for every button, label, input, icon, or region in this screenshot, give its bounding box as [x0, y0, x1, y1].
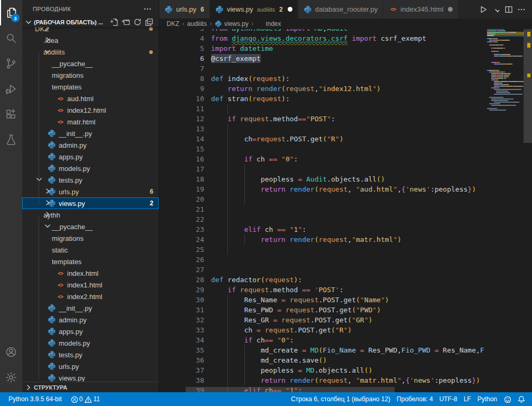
refresh-icon[interactable] — [133, 18, 142, 26]
tab-index345.html[interactable]: <> index345.html — [383, 0, 458, 19]
minimap[interactable] — [487, 29, 524, 392]
code-line[interactable]: if ch == "0": — [211, 154, 487, 164]
scrollbar-thumb[interactable] — [524, 20, 532, 143]
run-and-debug-icon[interactable] — [0, 76, 22, 102]
code-line[interactable]: @csrf_exempt — [211, 53, 487, 64]
search-icon[interactable] — [0, 25, 22, 51]
tree-item-models.py[interactable]: models.py — [22, 337, 159, 349]
language-mode-status[interactable]: Python — [474, 392, 500, 406]
code-line[interactable]: return render(request,"index12.html") — [211, 84, 487, 94]
code-line[interactable] — [211, 194, 487, 204]
dirty-indicator-icon[interactable] — [448, 7, 453, 12]
new-file-icon[interactable] — [110, 18, 118, 26]
tree-item-static[interactable]: static — [22, 244, 159, 256]
tree-item-aud.html[interactable]: <>aud.html — [22, 93, 159, 104]
breadcrumb-item[interactable]: views.py — [215, 20, 249, 28]
tree-item-tests.py[interactable]: tests.py — [22, 349, 159, 360]
extensions-icon[interactable] — [0, 102, 22, 127]
tree-item-apps.py[interactable]: apps.py — [22, 151, 159, 163]
tree-item-aythh[interactable]: aythh — [22, 209, 159, 221]
problems-status[interactable]: 0 11 — [67, 392, 103, 406]
tree-item-__init__.py[interactable]: __init__.py — [22, 302, 159, 314]
horizontal-scrollbar[interactable] — [186, 387, 395, 392]
tree-item-index2.html[interactable]: <>index2.html — [22, 291, 159, 302]
eol-status[interactable]: LF — [461, 392, 474, 406]
tree-item-audiiits[interactable]: audiiits — [22, 46, 159, 58]
cursor-position-status[interactable]: Строка 6, столбец 1 (выбрано 12) — [288, 392, 393, 406]
source-control-icon[interactable] — [0, 51, 22, 76]
code-line[interactable]: peopless = MD.objects.all() — [211, 365, 487, 375]
tree-item-index1.html[interactable]: <>index1.html — [22, 279, 159, 291]
code-line[interactable] — [211, 245, 487, 255]
tree-item-__init__.py[interactable]: __init__.py — [22, 128, 159, 139]
tree-item-__pycache__[interactable]: __pycache__ — [22, 58, 159, 69]
tab-urls.py[interactable]: urls.py 6 — [159, 0, 210, 19]
code-line[interactable]: md_create = MD(Fio_Name = Res_PWD,Fio_PW… — [211, 345, 487, 355]
indentation-status[interactable]: Пробелов: 4 — [393, 392, 436, 406]
outline-section-header[interactable]: СТРУКТУРА — [22, 382, 159, 392]
tree-item-admin.py[interactable]: admin.py — [22, 139, 159, 151]
code-line[interactable]: ch = request.POST.get("R") — [211, 325, 487, 335]
tree-item-matr.html[interactable]: <>matr.html — [22, 116, 159, 128]
run-python-file-icon[interactable] — [478, 4, 489, 15]
code-line[interactable]: if request.method=="POST": — [211, 114, 487, 124]
code-line[interactable] — [211, 204, 487, 214]
code-line[interactable]: Res_PWD = request.POST.get("PWD") — [211, 305, 487, 315]
tab-database_roouter.py[interactable]: database_roouter.py — [298, 0, 384, 19]
testing-icon[interactable] — [0, 127, 22, 152]
more-actions-icon[interactable] — [143, 4, 152, 14]
code-line[interactable]: def index(request): — [211, 74, 487, 84]
tree-item-models.py[interactable]: models.py — [22, 163, 159, 174]
account-icon[interactable] — [0, 339, 22, 365]
breadcrumb-item[interactable]: audiiits — [187, 20, 207, 28]
code-line[interactable] — [211, 64, 487, 74]
tree-item-index12.html[interactable]: <>index12.html — [22, 104, 159, 116]
code-line[interactable]: from aythh.models import MD,Audit — [211, 29, 487, 33]
code-line[interactable]: if request.method == 'POST': — [211, 285, 487, 295]
code-line[interactable]: return render(request, "aud.html",{'news… — [211, 184, 487, 194]
tree-item-views.py[interactable]: views.py — [22, 372, 159, 382]
tab-views.py[interactable]: views.py audiiits 2 — [210, 0, 298, 19]
new-folder-icon[interactable] — [122, 18, 130, 26]
code-line[interactable] — [211, 104, 487, 114]
encoding-status[interactable]: UTF-8 — [436, 392, 461, 406]
code-line[interactable]: if ch== "0": — [211, 335, 487, 345]
tree-item-apps.py[interactable]: apps.py — [22, 326, 159, 337]
code-line[interactable]: def redactor(request): — [211, 275, 487, 285]
more-actions-icon[interactable] — [516, 4, 527, 15]
run-dropdown-chevron-icon[interactable] — [491, 4, 501, 15]
split-editor-icon[interactable] — [503, 4, 514, 15]
code-line[interactable]: peopless = Audit.objects.all() — [211, 174, 487, 184]
code-line[interactable] — [211, 164, 487, 174]
explorer-icon[interactable]: 3 — [0, 0, 22, 25]
workspace-section-header[interactable]: (РАБОЧАЯ ОБЛАСТЬ) ... — [22, 17, 159, 27]
tree-item-migrations[interactable]: migrations — [22, 232, 159, 244]
vertical-scrollbar[interactable] — [524, 19, 532, 392]
code-line[interactable]: from django.views.decorators.csrf import… — [211, 33, 487, 43]
tree-item-index.html[interactable]: <>index.html — [22, 267, 159, 279]
code-line[interactable] — [211, 144, 487, 154]
tree-item-admin.py[interactable]: admin.py — [22, 314, 159, 326]
feedback-icon[interactable] — [500, 392, 514, 406]
code-editor[interactable]: 3456789101112131415161718192021222324252… — [159, 29, 532, 392]
code-line[interactable] — [211, 255, 487, 265]
code-line[interactable]: ch=request.POST.get("R") — [211, 134, 487, 144]
python-interpreter-status[interactable]: Python 3.9.5 64-bit — [5, 392, 65, 406]
breadcrumb-item[interactable]: DKZ — [167, 20, 179, 28]
dirty-indicator-icon[interactable] — [288, 7, 292, 12]
code-line[interactable]: elif ch == "1": — [211, 224, 487, 234]
notifications-icon[interactable] — [514, 392, 528, 406]
tree-item-__pycache__[interactable]: __pycache__ — [22, 221, 159, 232]
tree-item-migrations[interactable]: migrations — [22, 69, 159, 81]
code-line[interactable] — [211, 214, 487, 224]
code-line[interactable]: md_create.save() — [211, 355, 487, 365]
tree-item-urls.py[interactable]: urls.py — [22, 360, 159, 372]
tree-item-templates[interactable]: templates — [22, 256, 159, 267]
collapse-all-icon[interactable] — [145, 18, 153, 26]
tree-item-templates[interactable]: templates — [22, 81, 159, 93]
code-line[interactable]: import datetime — [211, 43, 487, 53]
breadcrumb-item[interactable]: index — [256, 20, 281, 28]
code-line[interactable]: Res_Name = request.POST.get("Name") — [211, 295, 487, 305]
code-line[interactable] — [211, 265, 487, 275]
settings-icon[interactable] — [0, 365, 22, 390]
